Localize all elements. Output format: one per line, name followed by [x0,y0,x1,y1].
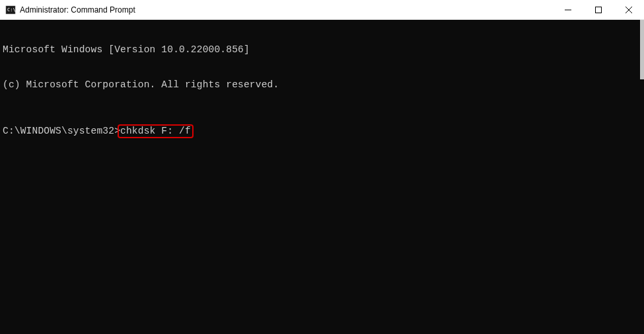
prompt-text: C:\WINDOWS\system32> [3,126,120,136]
vertical-scrollbar[interactable] [640,20,644,79]
console-line: (c) Microsoft Corporation. All rights re… [3,79,644,91]
svg-rect-3 [596,7,602,13]
cmd-icon: C:\ [5,5,16,15]
close-button[interactable] [614,0,644,19]
titlebar[interactable]: C:\ Administrator: Command Prompt [0,0,644,20]
minimize-button[interactable] [553,0,583,19]
window-controls [553,0,644,19]
console-area[interactable]: Microsoft Windows [Version 10.0.22000.85… [0,20,644,334]
svg-text:C:\: C:\ [7,7,16,13]
command-input[interactable]: chkdsk F: /f [120,126,191,138]
window: C:\ Administrator: Command Prompt Micros… [0,0,644,334]
prompt-line: C:\WINDOWS\system32>chkdsk F: /f [3,126,644,138]
window-title: Administrator: Command Prompt [20,5,553,15]
console-line: Microsoft Windows [Version 10.0.22000.85… [3,44,644,56]
maximize-button[interactable] [583,0,614,19]
